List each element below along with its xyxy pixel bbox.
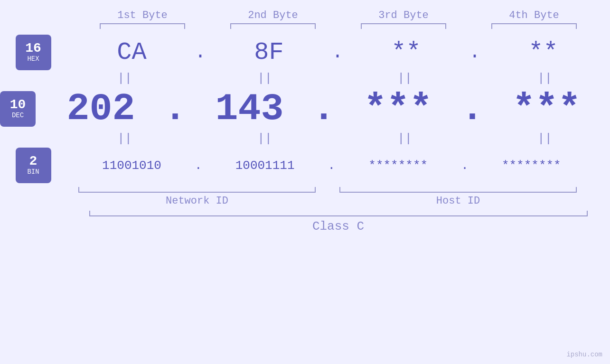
hex-b2-value: 8F <box>254 38 283 66</box>
dec-dot2: . <box>312 87 335 131</box>
hex-b3-value: ** <box>391 38 421 66</box>
dec-b3-value: *** <box>364 87 432 131</box>
hex-b2-cell: 8F <box>204 38 334 66</box>
hex-b1-value: CA <box>117 38 146 66</box>
dec-badge-number: 10 <box>10 98 26 112</box>
byte1-header: 1st Byte <box>77 9 208 21</box>
dec-badge-col: 10 DEC <box>0 91 36 127</box>
bin-b1-value: 11001010 <box>102 159 161 173</box>
bin-b3-cell: ******** <box>333 159 463 173</box>
dec-b4-value: *** <box>513 87 581 131</box>
bin-badge-number: 2 <box>29 155 38 168</box>
eq1-b3: || <box>339 71 470 85</box>
eq2-b4: || <box>479 131 610 146</box>
dec-layout-row: 10 DEC 202 . 143 . *** . *** <box>0 87 610 131</box>
byte-headers: 1st Byte 2nd Byte 3rd Byte 4th Byte <box>0 0 610 21</box>
dec-data-row: 202 . 143 . *** . *** <box>36 87 610 131</box>
dec-b2-cell: 143 <box>184 87 315 131</box>
dec-badge: 10 DEC <box>0 91 36 127</box>
dec-b1-value: 202 <box>66 87 135 131</box>
class-bracket-line <box>89 211 588 216</box>
host-bracket: Host ID <box>328 187 589 207</box>
bin-badge: 2 BIN <box>16 148 51 183</box>
network-bracket-line <box>78 187 316 193</box>
dec-dot3: . <box>461 87 484 131</box>
bin-layout-row: 2 BIN 11001010 . 10001111 . ******** . *… <box>0 148 610 183</box>
equals-row2: || || || || <box>0 131 610 146</box>
dec-dot1: . <box>164 87 187 131</box>
byte4-header: 4th Byte <box>469 9 600 21</box>
hex-b3-cell: ** <box>341 38 471 66</box>
bracket1 <box>77 23 208 29</box>
eq2-b3: || <box>339 131 470 146</box>
bottom-bracket-row: Network ID Host ID <box>0 187 610 207</box>
hex-b4-cell: ** <box>478 38 609 66</box>
host-id-label: Host ID <box>436 195 480 207</box>
eq2-b2: || <box>199 131 330 146</box>
bin-badge-col: 2 BIN <box>0 148 66 183</box>
hex-badge-number: 16 <box>25 42 41 55</box>
bin-b4-cell: ******** <box>466 159 597 173</box>
hex-data-row: CA . 8F . ** . ** <box>66 38 610 66</box>
hex-badge-label: HEX <box>27 55 39 63</box>
network-bracket: Network ID <box>66 187 328 207</box>
network-id-label: Network ID <box>166 195 228 207</box>
hex-badge-col: 16 HEX <box>0 35 66 70</box>
dec-b2-value: 143 <box>216 87 284 131</box>
dec-badge-label: DEC <box>12 112 24 120</box>
hex-b1-cell: CA <box>66 38 197 66</box>
hex-layout-row: 16 HEX CA . 8F . ** . ** <box>0 35 610 70</box>
bracket4 <box>469 23 600 29</box>
eq1-b1: || <box>59 71 190 85</box>
bin-b3-value: ******** <box>368 159 428 173</box>
equals-right1: || || || || <box>59 71 610 85</box>
bracket2 <box>208 23 338 29</box>
bin-b1-cell: 11001010 <box>66 159 197 173</box>
bin-b4-value: ******** <box>502 159 561 173</box>
bracket3 <box>338 23 469 29</box>
dec-b1-cell: 202 <box>36 87 166 131</box>
watermark: ipshu.com <box>566 351 602 358</box>
net-host-brackets: Network ID Host ID <box>66 187 610 207</box>
hex-badge: 16 HEX <box>16 35 51 70</box>
byte2-header: 2nd Byte <box>208 9 338 21</box>
dec-b4-cell: *** <box>481 87 610 131</box>
host-bracket-line <box>339 187 577 193</box>
equals-right2: || || || || <box>59 131 610 146</box>
bin-b2-cell: 10001111 <box>200 159 330 173</box>
bottom-brackets-right: Network ID Host ID <box>66 187 610 207</box>
bin-badge-label: BIN <box>27 168 39 176</box>
class-label: Class C <box>312 219 364 233</box>
bin-data-row: 11001010 . 10001111 . ******** . *******… <box>66 159 610 173</box>
class-bracket-right: Class C <box>66 211 610 233</box>
eq2-b1: || <box>59 131 190 146</box>
eq1-b4: || <box>479 71 610 85</box>
dec-b3-cell: *** <box>333 87 463 131</box>
eq1-b2: || <box>199 71 330 85</box>
class-bracket-row: Class C <box>0 211 610 233</box>
hex-b4-value: ** <box>528 38 558 66</box>
bin-b2-value: 10001111 <box>235 159 295 173</box>
byte3-header: 3rd Byte <box>338 9 469 21</box>
equals-row1: || || || || <box>0 71 610 85</box>
top-brackets <box>0 23 610 29</box>
page-container: 1st Byte 2nd Byte 3rd Byte 4th Byte 16 H… <box>0 0 610 364</box>
